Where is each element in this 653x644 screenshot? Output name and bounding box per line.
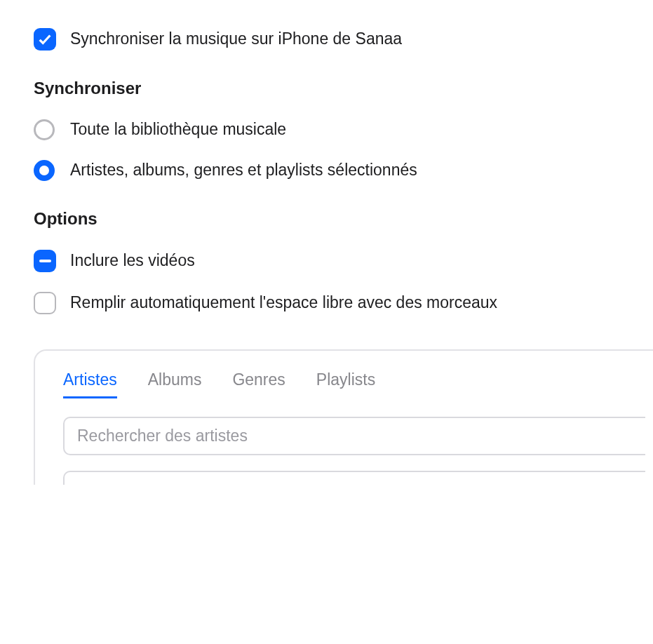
tab-albums[interactable]: Albums <box>148 370 202 398</box>
selected-items-label: Artistes, albums, genres et playlists sé… <box>70 160 417 181</box>
tab-artists[interactable]: Artistes <box>63 370 117 398</box>
entire-library-radio[interactable] <box>34 119 55 140</box>
artists-list[interactable] <box>63 471 645 485</box>
checkmark-icon <box>37 32 53 47</box>
tab-genres[interactable]: Genres <box>232 370 285 398</box>
sync-section-title: Synchroniser <box>34 79 653 98</box>
autofill-label: Remplir automatiquement l'espace libre a… <box>70 293 497 314</box>
search-input[interactable] <box>63 417 645 455</box>
selection-panel: Artistes Albums Genres Playlists <box>34 349 653 485</box>
sync-music-checkbox[interactable] <box>34 28 56 51</box>
entire-library-label: Toute la bibliothèque musicale <box>70 119 286 140</box>
include-videos-label: Inclure les vidéos <box>70 250 195 271</box>
include-videos-checkbox[interactable] <box>34 250 56 272</box>
autofill-checkbox[interactable] <box>34 292 56 314</box>
tab-playlists[interactable]: Playlists <box>316 370 375 398</box>
sync-music-label: Synchroniser la musique sur iPhone de Sa… <box>70 29 402 50</box>
selected-items-radio[interactable] <box>34 160 55 181</box>
options-section-title: Options <box>34 209 653 229</box>
tabs: Artistes Albums Genres Playlists <box>63 370 653 398</box>
